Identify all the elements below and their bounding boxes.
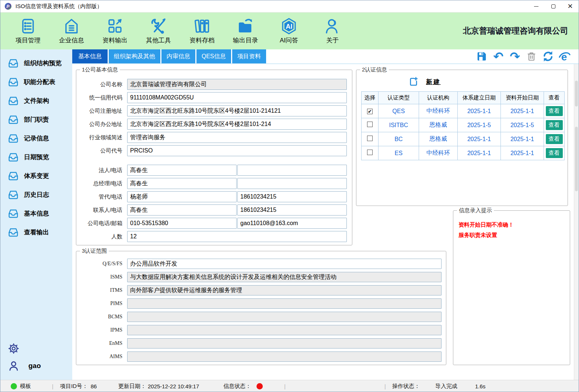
minimize-button[interactable] [528, 0, 545, 12]
toolbar-item-label: 资料存档 [189, 36, 214, 45]
settings-button[interactable] [8, 340, 72, 357]
status-bar: 模板 | 项目ID号： 86 更新日期： 2025-12-22 10:49:17… [0, 380, 579, 392]
scope-pims-input[interactable] [127, 298, 442, 309]
scrollbar-thumb[interactable] [575, 81, 578, 106]
field-label: Q/E/S/FS [79, 261, 127, 267]
field-label: 人数 [79, 233, 127, 240]
update-date-value: 2025-12-22 10:49:17 [148, 380, 199, 392]
view-button[interactable]: 查看 [546, 148, 563, 158]
company-phone-input[interactable] [127, 218, 237, 229]
toolbar-item-project-management[interactable]: 项目管理 [9, 17, 47, 45]
toolbar-item-data-archive[interactable]: 资料存档 [183, 17, 221, 45]
scope-qesfs-input[interactable] [127, 259, 442, 269]
field-label: 行业领域简述 [79, 134, 127, 141]
tab-qes-info[interactable]: QES信息 [196, 49, 231, 63]
title-bar: P ISO信息管理及资料系统（内部版） ✕ [0, 0, 579, 13]
scrollbar-thumb[interactable] [575, 127, 578, 191]
tab-internal-audit[interactable]: 内审信息 [161, 49, 195, 63]
data-date-cell: 2025-1-1 [501, 146, 544, 160]
general-manager-input[interactable] [127, 178, 237, 189]
view-button[interactable]: 查看 [546, 134, 563, 144]
sidebar-item-record-info[interactable]: 记录信息 [0, 129, 72, 148]
scope-bcms-input[interactable] [127, 312, 442, 322]
sidebar-item-file-structure[interactable]: 文件架构 [0, 91, 72, 110]
sidebar-item-system-change[interactable]: 体系变更 [0, 167, 72, 185]
scope-ipms-input[interactable] [127, 325, 442, 335]
scope-aims-input[interactable] [127, 351, 442, 362]
inbox-icon [7, 227, 20, 238]
sidebar-item-basic-info[interactable]: 基本信息 [0, 204, 72, 223]
toolbar-item-data-output[interactable]: 资料输出 [96, 17, 134, 45]
view-button[interactable]: 查看 [546, 106, 563, 116]
sidebar-item-date-preview[interactable]: 日期预览 [0, 148, 72, 167]
cert-type-cell: QES [379, 104, 419, 118]
field-label: ISMS [79, 274, 127, 280]
close-button[interactable]: ✕ [562, 0, 579, 12]
save-icon [476, 51, 487, 62]
management-rep-phone-input[interactable] [237, 191, 347, 202]
field-label: PIMS [79, 301, 127, 307]
office-address-input[interactable] [127, 119, 347, 130]
row-checkbox[interactable] [367, 150, 373, 155]
legal-person-input[interactable] [127, 165, 237, 176]
redo-button[interactable]: ↷ [509, 50, 521, 62]
current-user[interactable]: gao [8, 357, 72, 375]
inbox-icon [7, 77, 20, 88]
company-email-input[interactable] [237, 218, 347, 229]
tab-project-data[interactable]: 项目资料 [232, 49, 266, 63]
row-checkbox[interactable] [367, 122, 373, 127]
sidebar-item-history-log[interactable]: 历史日志 [0, 185, 72, 204]
toolbar-item-output-directory[interactable]: 输出目录 [227, 17, 264, 45]
general-manager-phone-input[interactable] [237, 178, 347, 189]
delete-button[interactable] [526, 50, 537, 62]
tab-basic-info[interactable]: 基本信息 [72, 49, 108, 63]
user-name-label: gao [28, 362, 41, 370]
group-title: 信息录入提示 [457, 207, 494, 214]
certification-table: 选择 认证类型 认证机构 体系建立日期 资料开始日期 查看 ✔ [361, 91, 565, 160]
legal-person-phone-input[interactable] [237, 165, 347, 176]
contact-person-input[interactable] [127, 204, 237, 216]
refresh-icon [542, 50, 554, 62]
toolbar-item-ai-qa[interactable]: AI AI问答 [270, 17, 308, 45]
sidebar-item-org-structure-preview[interactable]: 组织结构预览 [0, 54, 72, 73]
app-window: P ISO信息管理及资料系统（内部版） ✕ 项目管理 企业信息 [0, 0, 579, 392]
company-basic-info-group: 1公司基本信息 公司名称 统一信用代码 公司注册地址 公司办公地址 行业领域简述… [76, 70, 352, 245]
field-label: 公司代号 [79, 147, 127, 154]
toolbar-item-enterprise-info[interactable]: 企业信息 [53, 17, 90, 45]
toolbar-item-other-tools[interactable]: 其他工具 [140, 17, 177, 45]
new-certification-button[interactable]: 新建 [408, 75, 563, 88]
scope-isms-input[interactable] [127, 272, 442, 282]
row-checkbox[interactable]: ✔ [367, 109, 373, 114]
sidebar-item-function-allocation[interactable]: 职能分配表 [0, 73, 72, 91]
update-date-label: 更新日期： [118, 380, 146, 392]
content-area: 1公司基本信息 公司名称 统一信用代码 公司注册地址 公司办公地址 行业领域简述… [72, 64, 579, 380]
internet-explorer-icon: e [559, 50, 571, 62]
column-header: 资料开始日期 [501, 92, 544, 104]
company-code-input[interactable] [127, 145, 347, 156]
browser-button[interactable]: e [559, 50, 571, 62]
toolbar-item-about[interactable]: 关于 [314, 17, 351, 45]
management-rep-input[interactable] [127, 191, 237, 202]
undo-button[interactable]: ↶ [492, 50, 504, 62]
registered-address-input[interactable] [127, 105, 347, 116]
tools-icon [150, 17, 167, 35]
credit-code-input[interactable] [127, 92, 347, 103]
contact-phone-input[interactable] [237, 204, 347, 216]
scope-enms-input[interactable] [127, 338, 442, 349]
close-icon: ✕ [567, 3, 573, 10]
headcount-input[interactable] [127, 231, 347, 242]
view-button[interactable]: 查看 [546, 120, 563, 130]
maximize-button[interactable] [545, 0, 562, 12]
refresh-button[interactable] [542, 50, 554, 62]
sidebar-item-department-duties[interactable]: 部门职责 [0, 110, 72, 129]
industry-field-input[interactable] [127, 132, 347, 143]
tab-org-structure[interactable]: 组织架构及其他 [109, 49, 160, 63]
scope-itms-input[interactable] [127, 285, 442, 295]
company-name-input[interactable] [127, 79, 347, 90]
tip-message: 服务职责未设置 [458, 230, 565, 240]
sidebar-item-view-output[interactable]: 查看输出 [0, 223, 72, 242]
row-checkbox[interactable] [367, 136, 373, 141]
tab-bar: 基本信息 组织架构及其他 内审信息 QES信息 项目资料 [72, 49, 579, 64]
save-button[interactable] [476, 50, 488, 62]
vertical-scrollbar[interactable] [574, 64, 579, 380]
